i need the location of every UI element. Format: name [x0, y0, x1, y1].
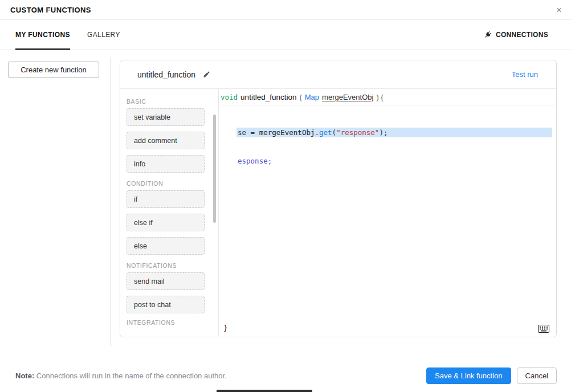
- snippet-palette: BASIC set variable add comment info COND…: [120, 89, 219, 336]
- vertical-divider: [110, 57, 111, 346]
- palette-section-integrations: INTEGRATIONS: [127, 319, 218, 326]
- code-token: );: [379, 128, 388, 137]
- connections-link[interactable]: CONNECTIONS: [484, 20, 548, 50]
- palette-item-send-mail[interactable]: send mail: [127, 272, 205, 290]
- cancel-button[interactable]: Cancel: [517, 368, 557, 384]
- custom-functions-window: CUSTOM FUNCTIONS × MY FUNCTIONS GALLERY …: [0, 0, 571, 392]
- palette-section-label: INTEGRATIONS: [127, 319, 218, 326]
- test-run-link[interactable]: Test run: [512, 70, 538, 79]
- footer-buttons: Save & Link function Cancel: [426, 368, 557, 384]
- plug-icon: [484, 31, 492, 39]
- code-token-object: mergeEventObj: [259, 128, 315, 137]
- palette-scrollbar[interactable]: [213, 115, 216, 223]
- tab-gallery[interactable]: GALLERY: [87, 20, 120, 50]
- connections-label: CONNECTIONS: [496, 31, 548, 39]
- window-header: CUSTOM FUNCTIONS ×: [0, 0, 571, 20]
- palette-item-post-to-chat[interactable]: post to chat: [127, 296, 205, 313]
- code-editor[interactable]: void untitled_function ( Map mergeEventO…: [219, 89, 556, 336]
- palette-section-label: NOTIFICATIONS: [127, 262, 218, 269]
- page-title: CUSTOM FUNCTIONS: [10, 6, 91, 14]
- palette-item-add-comment[interactable]: add comment: [127, 132, 205, 149]
- palette-section-notifications: NOTIFICATIONS send mail post to chat: [127, 262, 218, 313]
- signature-function-name: untitled_function: [240, 93, 296, 101]
- param-type: Map: [305, 93, 319, 101]
- tab-bar: MY FUNCTIONS GALLERY CONNECTIONS: [0, 20, 571, 50]
- palette-item-if[interactable]: if: [127, 190, 205, 208]
- palette-item-else[interactable]: else: [127, 237, 205, 255]
- code-area[interactable]: se = mergeEventObj.get("response"); espo…: [219, 105, 556, 336]
- function-signature: void untitled_function ( Map mergeEventO…: [219, 89, 556, 105]
- param-name-link[interactable]: mergeEventObj: [322, 93, 373, 101]
- tab-my-functions[interactable]: MY FUNCTIONS: [15, 20, 70, 50]
- palette-section-label: BASIC: [127, 98, 218, 105]
- create-new-function-button[interactable]: Create new function: [8, 62, 99, 78]
- code-token: .: [315, 128, 319, 137]
- palette-section-label: CONDITION: [127, 180, 218, 187]
- palette-item-info[interactable]: info: [127, 155, 205, 173]
- save-link-function-button[interactable]: Save & Link function: [426, 368, 511, 384]
- bottom-bar: [217, 390, 312, 392]
- palette-item-else-if[interactable]: else if: [127, 214, 205, 231]
- note-text: Connections will run in the name of the …: [34, 371, 227, 380]
- code-line-selected[interactable]: se = mergeEventObj.get("response");: [236, 128, 552, 137]
- main-area: Create new function untitled_function Te…: [0, 51, 571, 392]
- editor-card-header: untitled_function Test run: [120, 60, 556, 89]
- code-token-method: get: [319, 128, 332, 137]
- signature-open-paren: (: [299, 93, 301, 101]
- edit-pencil-icon[interactable]: [203, 71, 210, 78]
- code-token-string: "response": [336, 128, 379, 137]
- code-line[interactable]: esponse;: [238, 156, 556, 166]
- function-name: untitled_function: [137, 70, 195, 79]
- note-label: Note:: [15, 371, 34, 380]
- close-icon[interactable]: ×: [556, 5, 562, 15]
- modal-footer: Note: Connections will run in the name o…: [0, 368, 571, 384]
- code-token: (: [332, 128, 337, 137]
- closing-brace: }: [223, 324, 228, 332]
- keyword-void: void: [221, 93, 238, 101]
- palette-section-condition: CONDITION if else if else: [127, 180, 218, 255]
- function-editor-card: untitled_function Test run BASIC set var…: [120, 60, 557, 337]
- signature-close-paren: ) {: [376, 93, 383, 101]
- palette-section-basic: BASIC set variable add comment info: [127, 98, 218, 173]
- code-token: se =: [238, 128, 259, 137]
- palette-item-set-variable[interactable]: set variable: [127, 108, 205, 126]
- editor-card-body: BASIC set variable add comment info COND…: [120, 89, 556, 336]
- keyboard-icon[interactable]: [538, 325, 549, 333]
- footer-note: Note: Connections will run in the name o…: [15, 371, 227, 380]
